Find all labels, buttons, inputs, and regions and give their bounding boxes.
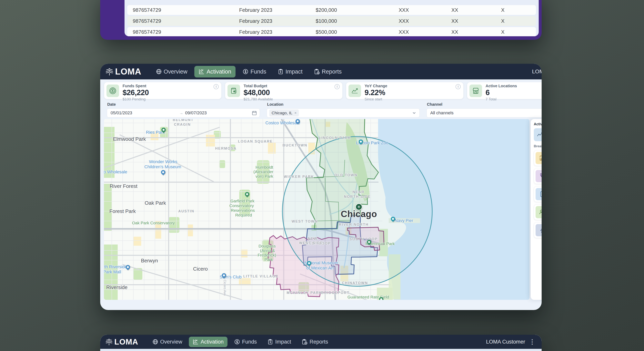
row-col4: XXX [399,7,409,13]
nav-label: Activation [206,68,231,75]
mobile-device-icon [539,191,542,198]
date-range-arrow: → [179,111,183,115]
pin-national-museum-mexican-art [306,260,312,266]
stat-label: Funds Spent [122,84,149,88]
row-col5: XX [452,18,458,24]
stat-value: $48,000 [244,88,273,97]
row-amount: $500,000 [316,29,337,35]
table-row[interactable]: 9876574729 February 2023 $500,000 XXX XX… [127,27,536,36]
nav-items: Overview Activation Funds Impact Reports [148,337,332,347]
nav-label: Impact [286,68,302,75]
nav-item-activation[interactable]: Activation [194,66,236,78]
row-col6: X [501,29,504,35]
nav-item-overview[interactable]: Overview [152,66,192,78]
clipboard-dollar-icon [278,69,284,74]
nav-label: Impact [275,339,291,345]
desktop-background: 9876574729 February 2023 $500,000 XXX XX… [0,0,644,351]
nav-item-overview[interactable]: Overview [148,337,186,347]
nav-item-impact[interactable]: Impact [263,337,295,347]
stat-value: 6 [486,88,517,97]
dashboard-window-secondary: LOMA Overview Activation Funds Impact [100,335,542,351]
user-menu[interactable]: LOMA Customer ⋮ [486,338,536,346]
chicago-city-marker: ✳ [355,203,362,210]
breakdown-people-button[interactable] [534,204,542,220]
stat-label: Active Locations [486,84,517,88]
pin-ries-park [160,127,166,133]
breakdown-phone-button[interactable] [534,168,542,184]
nav-label: Overview [160,339,182,345]
date-start-value[interactable]: 05/01/2023 [110,110,132,116]
row-col5: XX [452,7,458,13]
row-col6: X [501,7,504,13]
dollar-circle-icon [234,339,240,345]
row-id: 9876574729 [133,7,161,13]
stat-card-total-budget: Total Budget $48,000 $21,780 Available i [225,82,342,99]
bolt-icon [539,227,542,234]
pin-costco-wholesale [294,119,300,124]
info-icon[interactable]: i [456,84,461,89]
stat-card-yoy-change: YoY Change 9.22% Since start i [346,82,464,99]
row-col4: XXX [399,29,409,35]
stat-sub: Since start [364,97,387,102]
trend-up-icon [348,84,361,97]
info-icon[interactable]: i [334,84,340,89]
store-icon [539,155,542,162]
loma-logo[interactable]: LOMA [105,67,142,76]
chip-remove-icon[interactable]: × [294,111,296,115]
table-window: 9876574729 February 2023 $500,000 XXX XX… [100,0,542,40]
pin-garfield-park-conservatory [244,191,250,197]
nav-item-funds[interactable]: Funds [230,337,260,347]
kebab-menu-icon[interactable]: ⋮ [528,338,536,346]
loma-logo[interactable]: LOMA [105,338,138,346]
row-period: February 2023 [239,18,272,24]
tree-logo-icon [105,68,114,76]
activity-side-panel: Activity Breakdown [531,119,542,300]
pin-millennium-park [366,239,372,245]
info-icon[interactable]: i [214,84,219,89]
globe-icon [156,69,162,74]
chevron-down-icon[interactable] [412,111,416,115]
pin-sams-club [221,272,227,278]
channel-select[interactable]: All channels [426,108,542,118]
wallet-icon [228,84,240,97]
table-row[interactable]: 9876574729 February 2023 $100,000 XXX XX… [127,16,536,26]
phone-icon [539,173,542,180]
nav-item-funds[interactable]: Funds [238,66,270,78]
date-end-value[interactable]: 09/07/2023 [185,110,207,116]
nav-label: Funds [242,339,257,345]
row-id: 9876574729 [133,18,161,24]
location-filter-label: Location [267,102,283,107]
calendar-icon[interactable] [252,110,257,116]
row-period: February 2023 [239,29,272,35]
nav-items: Overview Activation Funds Impact Reports [152,66,346,78]
channel-filter-label: Channel [427,102,442,107]
tree-logo-icon [105,338,113,346]
nav-item-reports[interactable]: Reports [298,337,332,347]
nav-item-impact[interactable]: Impact [273,66,307,78]
table-row[interactable]: 9876574729 February 2023 $200,000 XXX XX… [127,5,536,15]
brand-name: LOMA [115,67,142,76]
data-table: 9876574729 February 2023 $500,000 XXX XX… [124,0,539,36]
dashboard-window: LOMA Overview Activation Funds Impact [100,64,542,310]
location-select[interactable]: Chicago, IL × [267,108,420,118]
activity-trend-button[interactable] [534,128,542,141]
nav-label: Reports [322,68,342,75]
pin-navy-pier [390,216,396,222]
map-canvas[interactable]: BELMONTCRAGINHERMOSALOGAN SQUAREBUCKTOWN… [104,119,530,300]
breakdown-bolt-button[interactable] [534,222,542,238]
stat-card-funds-spent: Funds Spent $26,220 $100 Pending i [104,82,222,99]
nav-item-activation[interactable]: Activation [189,337,228,347]
nav-item-reports[interactable]: Reports [310,66,346,78]
location-chip[interactable]: Chicago, IL × [269,110,299,116]
stat-label: YoY Change [364,84,387,88]
row-col4: XXX [399,18,409,24]
row-col6: X [501,18,504,24]
breakdown-device-button[interactable] [534,186,542,202]
user-menu-label-clipped[interactable]: LOMA Customer [532,68,542,75]
breakdown-store-button[interactable] [534,150,542,166]
breakdown-panel-title: Breakdown [534,144,542,148]
date-range-input[interactable]: 05/01/2023 → 09/07/2023 [107,108,260,118]
nav-label: Funds [250,68,266,75]
stat-sub: 7 Total [486,97,517,102]
storefront-icon [470,84,482,97]
